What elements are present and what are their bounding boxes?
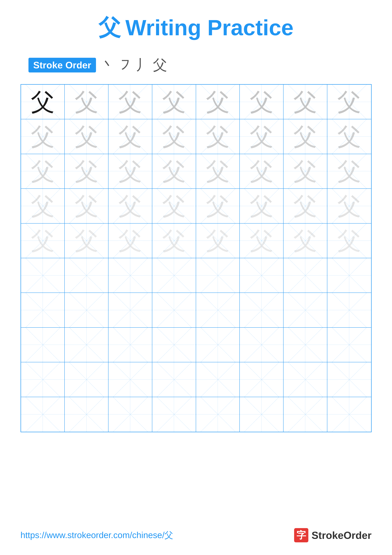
stroke-order-badge: Stroke Order <box>29 58 96 73</box>
grid-cell-r5c8: 父 <box>327 224 371 258</box>
practice-char: 父 <box>250 125 273 148</box>
grid-cell-r1c1: 父 <box>21 85 65 119</box>
grid-cell-r2c4: 父 <box>152 119 196 154</box>
grid-cell-r7c5[interactable] <box>196 293 240 328</box>
grid-cell-r5c2: 父 <box>65 224 108 258</box>
footer-url[interactable]: https://www.strokeorder.com/chinese/父 <box>21 529 173 541</box>
practice-char: 父 <box>206 90 230 114</box>
grid-cell-r4c2: 父 <box>65 189 108 223</box>
footer: https://www.strokeorder.com/chinese/父 字 … <box>21 518 372 542</box>
grid-cell-r10c7[interactable] <box>284 397 327 432</box>
practice-char: 父 <box>337 229 361 253</box>
grid-cell-r3c7: 父 <box>284 154 327 189</box>
grid-cell-r1c2: 父 <box>65 85 108 119</box>
practice-char: 父 <box>75 125 98 148</box>
grid-cell-r3c3: 父 <box>108 154 152 189</box>
grid-cell-r7c4[interactable] <box>152 293 196 328</box>
grid-cell-r10c3[interactable] <box>108 397 152 432</box>
practice-char: 父 <box>31 194 55 218</box>
grid-cell-r7c2[interactable] <box>65 293 108 328</box>
grid-cell-r2c2: 父 <box>65 119 108 154</box>
stroke-2: ㇇ <box>118 55 132 75</box>
grid-cell-r10c1[interactable] <box>21 397 65 432</box>
practice-char: 父 <box>162 159 186 183</box>
grid-cell-r4c4: 父 <box>152 189 196 223</box>
grid-cell-r4c1: 父 <box>21 189 65 223</box>
grid-cell-r6c3[interactable] <box>108 258 152 293</box>
grid-cell-r2c1: 父 <box>21 119 65 154</box>
grid-cell-r10c8[interactable] <box>327 397 371 432</box>
grid-cell-r6c5[interactable] <box>196 258 240 293</box>
grid-cell-r10c5[interactable] <box>196 397 240 432</box>
practice-char: 父 <box>118 229 142 253</box>
grid-cell-r9c4[interactable] <box>152 362 196 397</box>
grid-cell-r1c8: 父 <box>327 85 371 119</box>
footer-logo-text: StrokeOrder <box>312 529 371 541</box>
grid-cell-r9c2[interactable] <box>65 362 108 397</box>
grid-cell-r8c7[interactable] <box>284 328 327 362</box>
stroke-3: 丿 <box>135 55 150 75</box>
grid-cell-r2c7: 父 <box>284 119 327 154</box>
grid-cell-r8c6[interactable] <box>240 328 284 362</box>
grid-cell-r9c3[interactable] <box>108 362 152 397</box>
grid-cell-r7c8[interactable] <box>327 293 371 328</box>
grid-cell-r5c4: 父 <box>152 224 196 258</box>
grid-cell-r7c3[interactable] <box>108 293 152 328</box>
grid-cell-r6c7[interactable] <box>284 258 327 293</box>
grid-cell-r8c5[interactable] <box>196 328 240 362</box>
grid-cell-r7c6[interactable] <box>240 293 284 328</box>
grid-cell-r1c7: 父 <box>284 85 327 119</box>
grid-cell-r4c7: 父 <box>284 189 327 223</box>
practice-char: 父 <box>75 229 98 253</box>
title-character: 父 <box>99 13 121 43</box>
grid-cell-r1c6: 父 <box>240 85 284 119</box>
stroke-order-chars: 丶 ㇇ 丿 父 <box>101 55 167 75</box>
page-title: 父 Writing Practice <box>99 13 293 43</box>
grid-cell-r8c8[interactable] <box>327 328 371 362</box>
grid-cell-r6c6[interactable] <box>240 258 284 293</box>
grid-cell-r8c2[interactable] <box>65 328 108 362</box>
grid-cell-r2c5: 父 <box>196 119 240 154</box>
grid-cell-r7c7[interactable] <box>284 293 327 328</box>
grid-cell-r3c5: 父 <box>196 154 240 189</box>
grid-cell-r5c3: 父 <box>108 224 152 258</box>
grid-cell-r9c5[interactable] <box>196 362 240 397</box>
grid-cell-r1c5: 父 <box>196 85 240 119</box>
grid-cell-r5c7: 父 <box>284 224 327 258</box>
grid-cell-r8c3[interactable] <box>108 328 152 362</box>
practice-char: 父 <box>118 194 142 218</box>
practice-char: 父 <box>206 194 230 218</box>
practice-char: 父 <box>293 194 317 218</box>
practice-char: 父 <box>75 159 98 183</box>
grid-cell-r8c4[interactable] <box>152 328 196 362</box>
grid-cell-r6c4[interactable] <box>152 258 196 293</box>
grid-cell-r6c8[interactable] <box>327 258 371 293</box>
grid-cell-r4c8: 父 <box>327 189 371 223</box>
title-text: Writing Practice <box>125 15 293 41</box>
grid-cell-r3c2: 父 <box>65 154 108 189</box>
grid-cell-r9c8[interactable] <box>327 362 371 397</box>
grid-cell-r6c1[interactable] <box>21 258 65 293</box>
page: 父 Writing Practice Stroke Order 丶 ㇇ 丿 父 … <box>0 0 392 555</box>
grid-cell-r1c3: 父 <box>108 85 152 119</box>
grid-cell-r10c2[interactable] <box>65 397 108 432</box>
practice-char: 父 <box>293 90 317 114</box>
grid-cell-r9c6[interactable] <box>240 362 284 397</box>
practice-char: 父 <box>293 159 317 183</box>
practice-char: 父 <box>206 229 230 253</box>
grid-cell-r3c4: 父 <box>152 154 196 189</box>
practice-char: 父 <box>206 125 230 148</box>
grid-cell-r5c1: 父 <box>21 224 65 258</box>
grid-cell-r4c6: 父 <box>240 189 284 223</box>
grid-cell-r8c1[interactable] <box>21 328 65 362</box>
practice-char: 父 <box>31 229 55 253</box>
practice-char: 父 <box>31 125 55 148</box>
grid-cell-r10c6[interactable] <box>240 397 284 432</box>
grid-cell-r9c1[interactable] <box>21 362 65 397</box>
grid-cell-r9c7[interactable] <box>284 362 327 397</box>
grid-cell-r2c8: 父 <box>327 119 371 154</box>
grid-cell-r6c2[interactable] <box>65 258 108 293</box>
grid-cell-r7c1[interactable] <box>21 293 65 328</box>
grid-cell-r10c4[interactable] <box>152 397 196 432</box>
grid-cell-r1c4: 父 <box>152 85 196 119</box>
